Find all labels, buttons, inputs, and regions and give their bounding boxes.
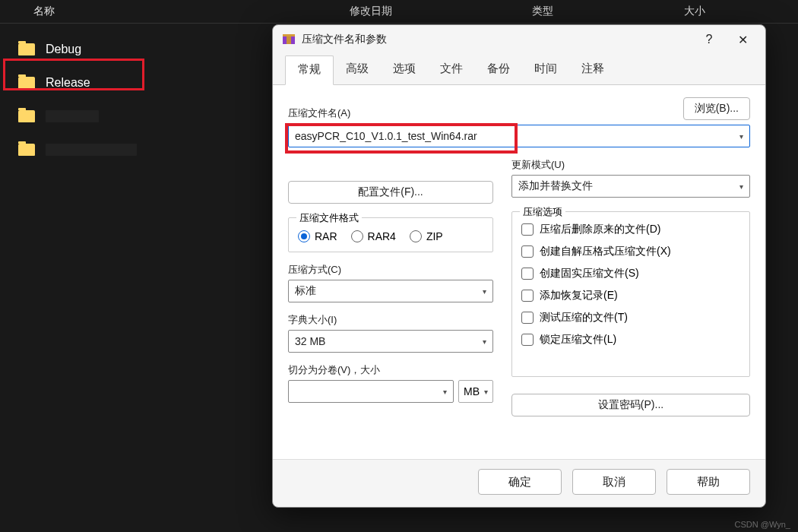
format-group-label: 压缩文件格式: [296, 211, 362, 225]
help-button[interactable]: 帮助: [667, 469, 750, 495]
split-label: 切分为分卷(V)，大小: [288, 363, 493, 377]
chevron-down-icon: ▾: [443, 388, 447, 396]
close-button[interactable]: ✕: [726, 28, 759, 51]
tab-time[interactable]: 时间: [522, 55, 569, 84]
header-modified[interactable]: 修改日期: [334, 5, 517, 18]
dialog-title: 压缩文件名和参数: [302, 33, 387, 46]
folder-icon: [18, 110, 35, 122]
update-mode-select[interactable]: 添加并替换文件▾: [511, 175, 750, 198]
checkbox-icon: [521, 268, 534, 280]
filename-input[interactable]: easyPCR_C10_V1.0.1_test_Win64.rar ▾: [288, 125, 750, 147]
redacted-label: [46, 110, 99, 122]
archive-dialog: 压缩文件名和参数 ? ✕ 常规 高级 选项 文件 备份 时间 注释 压缩文件名(…: [272, 24, 766, 508]
opt-sfx[interactable]: 创建自解压格式压缩文件(X): [521, 245, 740, 258]
profiles-button[interactable]: 配置文件(F)...: [288, 181, 493, 204]
dialog-body: 压缩文件名(A) 浏览(B)... easyPCR_C10_V1.0.1_tes…: [273, 85, 765, 459]
checkbox-icon: [521, 245, 534, 258]
split-unit-select[interactable]: MB▾: [458, 380, 493, 403]
folder-icon: [18, 77, 35, 89]
format-radio-rar4[interactable]: RAR4: [351, 230, 396, 242]
options-group-label: 压缩选项: [520, 205, 565, 219]
dict-select[interactable]: 32 MB▾: [288, 330, 493, 353]
header-name[interactable]: 名称: [0, 5, 334, 18]
opt-test[interactable]: 测试压缩的文件(T): [521, 311, 740, 325]
cancel-button[interactable]: 取消: [572, 469, 656, 495]
split-size-input[interactable]: ▾: [288, 380, 454, 403]
tab-general[interactable]: 常规: [285, 55, 334, 85]
redacted-label: [46, 144, 137, 156]
checkbox-icon: [521, 334, 534, 346]
checkbox-icon: [521, 223, 534, 236]
folder-icon: [18, 43, 35, 55]
set-password-button[interactable]: 设置密码(P)...: [511, 394, 750, 416]
winrar-icon: [282, 33, 296, 46]
radio-icon: [410, 230, 422, 242]
browse-button[interactable]: 浏览(B)...: [683, 97, 750, 120]
titlebar: 压缩文件名和参数 ? ✕: [273, 25, 765, 54]
tab-backup[interactable]: 备份: [475, 55, 522, 84]
tabstrip: 常规 高级 选项 文件 备份 时间 注释: [273, 55, 765, 85]
tab-comment[interactable]: 注释: [569, 55, 616, 84]
chevron-down-icon: ▾: [483, 337, 486, 346]
radio-icon: [351, 230, 363, 242]
folder-icon: [18, 144, 35, 156]
svg-rect-1: [283, 34, 295, 36]
opt-delete-after[interactable]: 压缩后删除原来的文件(D): [521, 223, 740, 236]
method-select[interactable]: 标准▾: [288, 280, 493, 302]
tab-advanced[interactable]: 高级: [334, 55, 381, 84]
ok-button[interactable]: 确定: [478, 469, 562, 495]
tab-options[interactable]: 选项: [381, 55, 428, 84]
radio-icon: [298, 230, 310, 242]
dialog-button-row: 确定 取消 帮助: [273, 459, 765, 507]
chevron-down-icon: ▾: [484, 388, 488, 396]
explorer-column-headers: 名称 修改日期 类型 大小: [0, 0, 798, 24]
folder-label: Release: [46, 76, 90, 90]
svg-rect-2: [287, 36, 291, 44]
checkbox-icon: [521, 290, 534, 302]
opt-recovery[interactable]: 添加恢复记录(E): [521, 289, 740, 302]
chevron-down-icon: ▾: [483, 287, 486, 296]
method-label: 压缩方式(C): [288, 263, 493, 277]
dict-label: 字典大小(I): [288, 313, 493, 327]
opt-solid[interactable]: 创建固实压缩文件(S): [521, 267, 740, 280]
header-size[interactable]: 大小: [669, 5, 760, 18]
checkbox-icon: [521, 312, 534, 324]
filename-label: 压缩文件名(A): [288, 106, 350, 120]
header-type[interactable]: 类型: [517, 5, 669, 18]
format-radio-rar[interactable]: RAR: [298, 230, 337, 242]
chevron-down-icon: ▾: [739, 132, 743, 141]
help-button[interactable]: ?: [692, 28, 726, 51]
update-mode-label: 更新模式(U): [511, 158, 750, 172]
filename-value: easyPCR_C10_V1.0.1_test_Win64.rar: [295, 130, 477, 142]
watermark: CSDN @Wyn_: [735, 520, 790, 529]
format-radio-zip[interactable]: ZIP: [410, 230, 443, 242]
tab-files[interactable]: 文件: [428, 55, 475, 84]
folder-label: Debug: [46, 43, 81, 56]
chevron-down-icon: ▾: [739, 182, 743, 191]
opt-lock[interactable]: 锁定压缩文件(L): [521, 333, 740, 347]
